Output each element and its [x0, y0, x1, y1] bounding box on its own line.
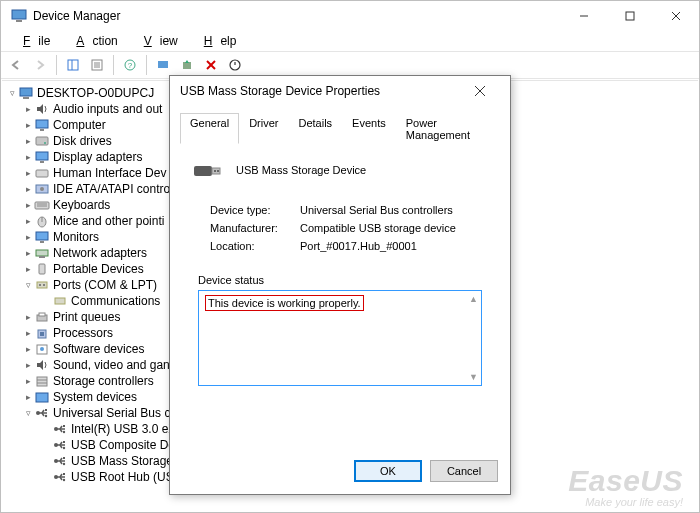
help-button[interactable]: ?: [119, 54, 141, 76]
back-button[interactable]: [5, 54, 27, 76]
type-label: Device type:: [210, 204, 300, 216]
device-icon: [34, 261, 50, 277]
disable-button[interactable]: [224, 54, 246, 76]
svg-rect-60: [63, 425, 65, 427]
expand-icon[interactable]: ▸: [22, 245, 34, 261]
svg-rect-38: [39, 256, 45, 258]
menu-file[interactable]: File: [7, 32, 58, 50]
device-icon: [34, 389, 50, 405]
expand-icon[interactable]: ▸: [22, 101, 34, 117]
expand-icon[interactable]: ▸: [22, 325, 34, 341]
svg-rect-1: [16, 20, 22, 22]
minimize-button[interactable]: [561, 1, 607, 31]
maximize-button[interactable]: [607, 1, 653, 31]
close-button[interactable]: [653, 1, 699, 31]
svg-rect-68: [63, 457, 65, 459]
ok-button[interactable]: OK: [354, 460, 422, 482]
expand-icon[interactable]: ▿: [22, 277, 34, 293]
svg-rect-14: [158, 61, 168, 68]
device-icon: [34, 405, 50, 421]
scroll-down-icon[interactable]: ▼: [469, 372, 478, 382]
svg-rect-22: [40, 129, 44, 131]
svg-rect-3: [626, 12, 634, 20]
status-textbox[interactable]: This device is working properly. ▲ ▼: [198, 290, 482, 386]
scan-button[interactable]: [152, 54, 174, 76]
svg-rect-45: [39, 313, 45, 316]
tab-events[interactable]: Events: [342, 113, 396, 144]
expand-icon[interactable]: ▸: [22, 357, 34, 373]
usb-icon: [192, 158, 224, 182]
svg-rect-43: [55, 298, 65, 304]
device-icon: [34, 341, 50, 357]
svg-rect-64: [63, 441, 65, 443]
expand-icon[interactable]: ▸: [22, 373, 34, 389]
expand-icon[interactable]: ▸: [22, 197, 34, 213]
app-icon: [11, 8, 27, 24]
dialog-titlebar: USB Mass Storage Device Properties: [170, 76, 510, 106]
dialog-title: USB Mass Storage Device Properties: [180, 84, 380, 98]
svg-rect-56: [45, 409, 47, 411]
device-icon: [34, 357, 50, 373]
status-text: This device is working properly.: [205, 295, 364, 311]
svg-point-29: [40, 187, 44, 191]
expand-icon[interactable]: ▸: [22, 309, 34, 325]
tab-general[interactable]: General: [180, 113, 239, 144]
device-name: USB Mass Storage Device: [236, 164, 366, 176]
expand-icon[interactable]: ▸: [22, 165, 34, 181]
computer-icon: [18, 85, 34, 101]
device-icon: [52, 437, 68, 453]
device-icon: [34, 117, 50, 133]
window-title: Device Manager: [33, 9, 120, 23]
svg-point-42: [43, 284, 45, 286]
svg-rect-76: [194, 166, 212, 176]
expand-icon[interactable]: ▸: [22, 117, 34, 133]
svg-rect-72: [63, 473, 65, 475]
expand-icon[interactable]: ▸: [22, 229, 34, 245]
device-icon: [52, 421, 68, 437]
forward-button[interactable]: [29, 54, 51, 76]
svg-point-73: [63, 479, 65, 481]
device-icon: [34, 133, 50, 149]
expand-icon[interactable]: ▸: [22, 341, 34, 357]
svg-point-69: [63, 463, 65, 465]
tab-driver[interactable]: Driver: [239, 113, 288, 144]
menu-help[interactable]: Help: [188, 32, 245, 50]
svg-point-41: [39, 284, 41, 286]
svg-rect-27: [36, 170, 48, 177]
manufacturer-value: Compatible USB storage device: [300, 222, 456, 234]
expand-icon[interactable]: ▸: [22, 261, 34, 277]
svg-rect-21: [36, 120, 48, 128]
tab-details[interactable]: Details: [288, 113, 342, 144]
expand-icon[interactable]: ▿: [22, 405, 34, 421]
svg-point-57: [45, 415, 47, 417]
dialog-close-button[interactable]: [460, 76, 500, 106]
location-value: Port_#0017.Hub_#0001: [300, 240, 417, 252]
scroll-up-icon[interactable]: ▲: [469, 294, 478, 304]
device-icon: [34, 309, 50, 325]
dialog-tabs: General Driver Details Events Power Mana…: [180, 112, 500, 144]
type-value: Universal Serial Bus controllers: [300, 204, 453, 216]
expand-icon[interactable]: ▸: [22, 133, 34, 149]
menu-view[interactable]: View: [128, 32, 186, 50]
expand-icon[interactable]: ▸: [22, 213, 34, 229]
uninstall-button[interactable]: [200, 54, 222, 76]
device-icon: [34, 213, 50, 229]
expand-icon[interactable]: ▸: [22, 389, 34, 405]
tab-power-management[interactable]: Power Management: [396, 113, 500, 144]
svg-text:?: ?: [128, 61, 133, 70]
update-driver-button[interactable]: [176, 54, 198, 76]
svg-rect-0: [12, 10, 26, 19]
expand-icon[interactable]: ▸: [22, 181, 34, 197]
manufacturer-label: Manufacturer:: [210, 222, 300, 234]
menubar: File Action View Help: [1, 31, 699, 51]
menu-action[interactable]: Action: [60, 32, 125, 50]
properties-button[interactable]: [86, 54, 108, 76]
titlebar: Device Manager: [1, 1, 699, 31]
show-hide-tree-button[interactable]: [62, 54, 84, 76]
device-icon: [34, 325, 50, 341]
svg-rect-25: [36, 152, 48, 160]
expand-icon[interactable]: ▸: [22, 149, 34, 165]
svg-point-65: [63, 447, 65, 449]
svg-rect-20: [23, 97, 29, 99]
cancel-button[interactable]: Cancel: [430, 460, 498, 482]
